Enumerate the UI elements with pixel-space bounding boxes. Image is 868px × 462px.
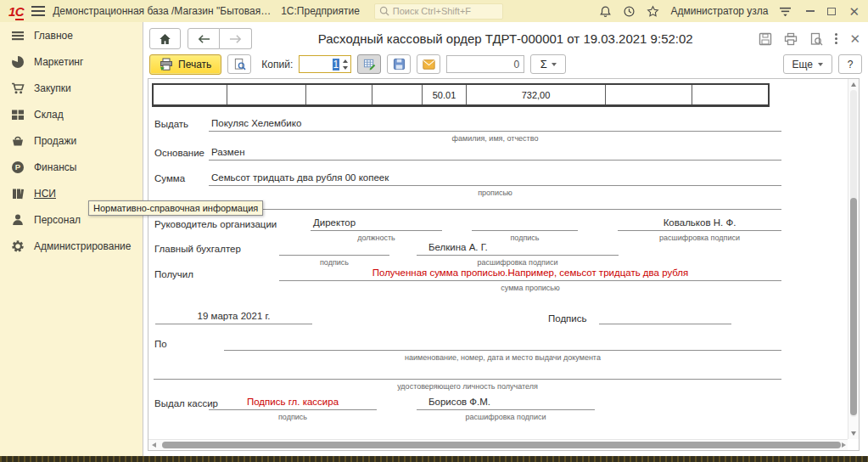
- caption-podpis: подпись: [279, 258, 389, 267]
- table-cell: [606, 85, 692, 104]
- buhgalter-signature-line: [279, 242, 389, 256]
- field-label-vydat: Выдать: [154, 119, 188, 129]
- arrow-right-icon: [229, 34, 242, 44]
- scroll-left-icon[interactable]: [152, 442, 156, 448]
- print-form-area: 50.01 732,00 Выдать Покуляс Хелембико фа…: [148, 78, 860, 451]
- identity-line: [154, 379, 781, 380]
- horizontal-scrollbar[interactable]: [148, 439, 848, 450]
- sidebar-item-administrirovanie[interactable]: Администрирование: [0, 233, 143, 259]
- form-title: Расходный кассовый ордер ТДРТ-000001 от …: [252, 31, 759, 46]
- caption-document-info: наименование, номер, дата и место выдачи…: [224, 353, 781, 362]
- date-value: 19 марта 2021 г.: [155, 311, 312, 324]
- sidebar-item-finansy[interactable]: Р Финансы: [0, 154, 143, 180]
- form-window: Расходный кассовый ордер ТДРТ-000001 от …: [143, 22, 868, 456]
- home-button[interactable]: [149, 28, 181, 49]
- envelope-icon: [423, 59, 435, 70]
- print-button[interactable]: Печать: [149, 54, 221, 75]
- save-icon[interactable]: [759, 32, 772, 46]
- vertical-scrollbar[interactable]: [848, 79, 859, 439]
- edit-table-button[interactable]: [357, 54, 381, 74]
- horizontal-scroll-thumb[interactable]: [162, 442, 841, 448]
- sidebar: Главное Маркетинг Закупки Склад Продажи …: [0, 22, 143, 456]
- service-menu-icon[interactable]: [779, 6, 792, 17]
- sidebar-item-zakupki[interactable]: Закупки: [0, 75, 143, 101]
- current-user[interactable]: Администратор узла: [670, 5, 768, 17]
- arrow-left-icon: [198, 34, 210, 44]
- search-input[interactable]: [393, 6, 495, 16]
- chevron-down-icon: [552, 63, 557, 66]
- favorites-star-icon[interactable]: [647, 5, 659, 18]
- basket-icon: [11, 134, 25, 148]
- caption-fio: фамилия, имя, отчество: [209, 134, 781, 143]
- sidebar-item-prodazhi[interactable]: Продажи: [0, 127, 143, 154]
- save-button[interactable]: [387, 54, 411, 74]
- copies-value[interactable]: 1: [333, 59, 340, 70]
- forward-button[interactable]: [220, 28, 252, 49]
- gear-icon: [11, 239, 25, 253]
- caption-podpis: подпись: [209, 413, 377, 421]
- taskbar-edge: [0, 456, 868, 462]
- send-email-button[interactable]: [417, 54, 440, 74]
- pie-chart-icon: [11, 55, 25, 69]
- field-label-summa: Сумма: [154, 173, 185, 183]
- hamburger-menu-icon[interactable]: [31, 6, 45, 16]
- copies-stepper[interactable]: 1: [299, 55, 351, 73]
- logo-1c: 1С: [8, 5, 24, 18]
- caption-rasshifrovka: расшифровка подписи: [417, 413, 595, 421]
- stepper-up-icon[interactable]: [343, 59, 348, 63]
- kassir-sign-hint: Подпись гл. кассира: [209, 397, 377, 410]
- caption-rasshifrovka: расшифровка подписи: [618, 234, 781, 242]
- field-value-vydat: Покуляс Хелембико: [209, 118, 781, 132]
- caption-podpis: подпись: [472, 234, 578, 242]
- sidebar-item-sklad[interactable]: Склад: [0, 101, 143, 127]
- field-value-summa: Семьсот тридцать два рубля 00 копеек: [209, 172, 781, 186]
- app-title: Демонстрационная база /Магазин "Бытовая …: [53, 5, 272, 17]
- help-button[interactable]: ?: [838, 54, 862, 74]
- chevron-down-icon: [818, 63, 823, 66]
- scroll-down-icon[interactable]: [851, 431, 856, 436]
- product-name: 1С:Предприятие: [281, 5, 360, 17]
- sidebar-item-marketing[interactable]: Маркетинг: [0, 48, 143, 75]
- history-icon[interactable]: [623, 5, 636, 18]
- form-close-icon[interactable]: ✕: [849, 32, 860, 45]
- table-cell: [227, 85, 306, 104]
- scroll-up-icon[interactable]: [851, 82, 856, 87]
- counter-field[interactable]: 0: [446, 55, 524, 73]
- books-icon: [11, 187, 25, 200]
- table-cell: [692, 85, 768, 104]
- caption-propisyu: прописью: [209, 189, 781, 197]
- preview-icon[interactable]: [809, 32, 823, 46]
- print-preview-button[interactable]: [227, 54, 251, 74]
- copies-label: Копий:: [261, 59, 293, 70]
- caption-summa-propisyu: сумма прописью: [279, 284, 781, 292]
- sidebar-item-glavnoe[interactable]: Главное: [0, 22, 143, 48]
- caption-dolzhnost: должность: [311, 234, 442, 242]
- notifications-bell-icon[interactable]: [599, 5, 612, 18]
- poluchil-sum-hint: Полученная сумма прописью.Например, семь…: [279, 268, 781, 281]
- ruble-coin-icon: Р: [11, 161, 25, 174]
- window-close-button[interactable]: ✕: [848, 5, 860, 18]
- nsi-tooltip: Нормативно-справочная информация: [88, 200, 263, 216]
- rukovoditel-signature-line: [472, 217, 578, 231]
- field-label-osnovanie: Основание: [154, 148, 204, 158]
- print-icon[interactable]: [784, 32, 798, 46]
- scroll-right-icon[interactable]: [842, 442, 846, 448]
- signature-label: Подпись: [548, 313, 587, 324]
- window-maximize-button[interactable]: [827, 8, 836, 15]
- table-cell: [154, 85, 227, 104]
- more-button[interactable]: Еще: [783, 54, 832, 74]
- separator-rule: [209, 209, 781, 210]
- back-button[interactable]: [188, 28, 220, 49]
- window-minimize-button[interactable]: [806, 10, 815, 12]
- stepper-down-icon[interactable]: [343, 66, 348, 70]
- buhgalter-name: Белкина А. Г.: [417, 242, 619, 256]
- more-menu-kebab-icon[interactable]: [835, 33, 837, 44]
- field-label-po: По: [154, 339, 167, 349]
- preview-icon: [233, 58, 246, 70]
- sum-button[interactable]: Σ: [530, 54, 566, 74]
- home-icon: [159, 33, 171, 45]
- field-label-poluchil: Получил: [154, 269, 193, 279]
- table-cell-amount: 732,00: [467, 85, 606, 104]
- global-search[interactable]: [374, 3, 503, 20]
- vertical-scroll-thumb[interactable]: [850, 198, 857, 415]
